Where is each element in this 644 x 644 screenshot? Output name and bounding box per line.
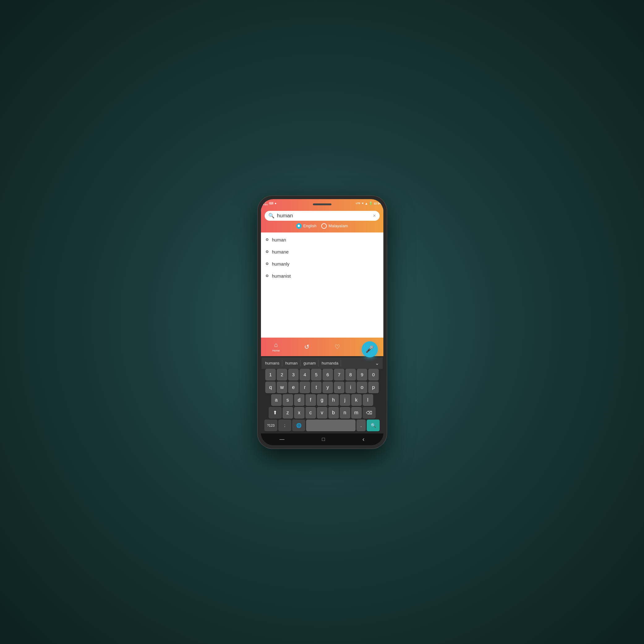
symbols-key[interactable]: ?123 [264, 420, 277, 431]
nav-home[interactable]: ⌂ Home [261, 338, 292, 356]
word-chip[interactable]: humans [263, 360, 282, 366]
clock: 12:34 [373, 202, 381, 205]
list-item[interactable]: humanist [261, 270, 383, 282]
key-3[interactable]: 3 [288, 369, 299, 381]
clear-button[interactable]: × [373, 213, 376, 219]
malayalam-radio[interactable] [321, 223, 327, 229]
key-e[interactable]: e [288, 382, 299, 393]
key-9[interactable]: 9 [357, 369, 367, 381]
phone-nav-bar: — □ ‹ [261, 433, 383, 445]
key-k[interactable]: k [351, 394, 362, 406]
key-h[interactable]: h [328, 394, 339, 406]
list-item[interactable]: human [261, 234, 383, 246]
search-area: 🔍 × English Malayalam [261, 208, 383, 232]
search-box[interactable]: 🔍 × [265, 211, 380, 221]
minimize-button[interactable]: — [279, 437, 284, 442]
mic-icon: 🎤 [365, 345, 374, 353]
key-x[interactable]: x [294, 407, 305, 419]
phone-screen: 0 KB/s ⌨ ● LTE ✕ ▲ 🔋 12:34 🔍 × [261, 199, 383, 445]
heart-icon: ♡ [335, 343, 340, 351]
mic-fab-button[interactable]: 🎤 [362, 341, 378, 356]
key-f[interactable]: f [305, 394, 316, 406]
key-5[interactable]: 5 [311, 369, 322, 381]
suggestion-word: humanist [272, 273, 291, 279]
key-n[interactable]: n [340, 407, 350, 419]
key-m[interactable]: m [351, 407, 362, 419]
key-j[interactable]: j [340, 394, 350, 406]
key-7[interactable]: 7 [334, 369, 344, 381]
key-v[interactable]: v [317, 407, 327, 419]
malayalam-option[interactable]: Malayalam [321, 223, 348, 229]
zxcv-row: ⬆ z x c v b n m ⌫ [262, 407, 383, 419]
shift-key[interactable]: ⬆ [269, 407, 282, 419]
key-8[interactable]: 8 [345, 369, 356, 381]
key-0[interactable]: 0 [368, 369, 379, 381]
key-u[interactable]: u [334, 382, 344, 393]
x-icon: ✕ [361, 202, 364, 205]
globe-key[interactable]: 🌐 [292, 420, 305, 431]
app-content: 🔍 × English Malayalam [261, 208, 383, 356]
key-t[interactable]: t [311, 382, 322, 393]
bullet-icon [266, 275, 268, 277]
suggestion-word: human [272, 237, 286, 242]
phone-speaker [313, 203, 331, 205]
bottom-row: ?123 ; 🌐 . 🔍 [262, 420, 383, 431]
qwerty-row: q w e r t y u i o p [262, 382, 383, 393]
list-item[interactable]: humanly [261, 258, 383, 270]
key-q[interactable]: q [265, 382, 276, 393]
english-radio[interactable] [296, 223, 302, 229]
status-right: LTE ✕ ▲ 🔋 12:34 [356, 202, 381, 205]
english-option[interactable]: English [296, 223, 317, 229]
search-input[interactable] [277, 213, 371, 219]
suggestions-list: human humane humanly humanist [261, 232, 383, 338]
key-d[interactable]: d [294, 394, 305, 406]
key-a[interactable]: a [271, 394, 282, 406]
period-key[interactable]: . [356, 420, 366, 431]
number-row: 1 2 3 4 5 6 7 8 9 0 [262, 369, 383, 381]
semicolon-key[interactable]: ; [278, 420, 291, 431]
suggestion-word: humanly [272, 261, 290, 267]
english-label: English [303, 224, 317, 228]
bullet-icon [266, 238, 268, 241]
key-p[interactable]: p [368, 382, 379, 393]
spacebar[interactable] [306, 420, 356, 431]
key-2[interactable]: 2 [277, 369, 287, 381]
key-c[interactable]: c [305, 407, 316, 419]
key-w[interactable]: w [277, 382, 287, 393]
nav-history[interactable]: ↺ [292, 338, 322, 356]
key-4[interactable]: 4 [300, 369, 310, 381]
key-y[interactable]: y [322, 382, 333, 393]
key-o[interactable]: o [357, 382, 367, 393]
malayalam-label: Malayalam [328, 224, 348, 228]
word-chip[interactable]: gunam [301, 360, 319, 366]
key-z[interactable]: z [283, 407, 293, 419]
keyboard: humans human gunam humanda ⌄ 1 2 3 4 5 6… [261, 356, 383, 433]
key-s[interactable]: s [283, 394, 293, 406]
key-b[interactable]: b [328, 407, 339, 419]
search-key[interactable]: 🔍 [367, 420, 380, 431]
signal-dot: ● [275, 202, 276, 205]
home-icon: ⌂ [274, 341, 278, 348]
key-l[interactable]: l [363, 394, 373, 406]
key-r[interactable]: r [300, 382, 310, 393]
key-1[interactable]: 1 [265, 369, 276, 381]
search-icon: 🔍 [268, 213, 275, 219]
recents-button[interactable]: □ [322, 437, 325, 442]
word-chip[interactable]: humanda [319, 360, 341, 366]
word-chip[interactable]: human [283, 360, 301, 366]
backspace-key[interactable]: ⌫ [363, 407, 376, 419]
bullet-icon [266, 262, 268, 265]
phone-shell: 0 KB/s ⌨ ● LTE ✕ ▲ 🔋 12:34 🔍 × [257, 195, 387, 449]
nav-favorites[interactable]: ♡ [322, 338, 353, 356]
language-selector: English Malayalam [265, 221, 380, 230]
history-icon: ↺ [304, 343, 309, 351]
back-button[interactable]: ‹ [362, 436, 365, 443]
bullet-icon [266, 250, 268, 253]
list-item[interactable]: humane [261, 246, 383, 258]
signal-bars: ▲ [365, 202, 368, 205]
key-6[interactable]: 6 [322, 369, 333, 381]
expand-button[interactable]: ⌄ [373, 359, 382, 367]
key-g[interactable]: g [317, 394, 327, 406]
status-left: 0 KB/s ⌨ ● [263, 201, 277, 206]
key-i[interactable]: i [345, 382, 356, 393]
